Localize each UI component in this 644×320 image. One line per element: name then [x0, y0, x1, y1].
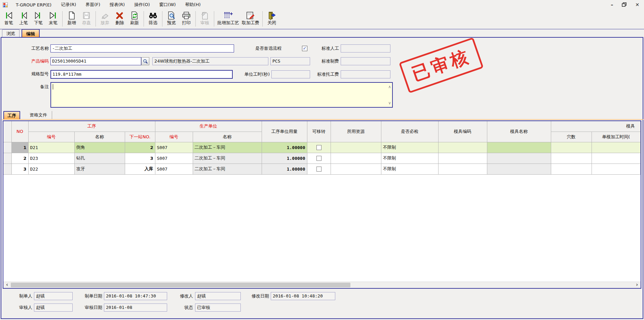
cell-mold_name[interactable]: [487, 153, 551, 164]
row-selector[interactable]: [3, 164, 11, 174]
menu-tgroup-erp[interactable]: T-GROUP ERP(E): [11, 1, 56, 9]
movable-checkbox[interactable]: [316, 156, 321, 161]
cell-movable[interactable]: [307, 164, 331, 174]
header-unit-code[interactable]: 编号: [155, 132, 193, 142]
header-usage[interactable]: 工序单位用量: [262, 121, 307, 142]
cell-next[interactable]: 入库: [125, 164, 155, 174]
cell-movable[interactable]: [307, 142, 331, 153]
cell-mold_code[interactable]: [438, 142, 487, 153]
cell-no[interactable]: 2: [11, 153, 28, 164]
cell-resource[interactable]: [331, 153, 381, 164]
last-record-button[interactable]: 末笔: [46, 10, 61, 26]
scroll-down-icon[interactable]: ∨: [388, 101, 391, 105]
movable-checkbox[interactable]: [316, 145, 321, 150]
cell-cavity[interactable]: [551, 153, 592, 164]
tab-edit[interactable]: 编辑: [22, 29, 40, 37]
table-row[interactable]: 3D22攻牙入库S007二次加工－车间1.00000不限制: [3, 164, 641, 174]
print-button[interactable]: 打印: [179, 10, 194, 26]
header-unit-name[interactable]: 名称: [193, 132, 262, 142]
cell-code[interactable]: D21: [28, 142, 74, 153]
cell-check[interactable]: 不限制: [381, 164, 438, 174]
scrollbar-thumb[interactable]: [11, 283, 350, 287]
cell-mold_code[interactable]: [438, 153, 487, 164]
refresh-button[interactable]: 刷新: [127, 10, 142, 26]
table-row[interactable]: 1D21倒角2S007二次加工－车间1.00000不限制: [3, 142, 641, 153]
cell-name[interactable]: 倒角: [74, 142, 125, 153]
cell-mold_time[interactable]: [592, 164, 640, 174]
cell-mold_name[interactable]: [487, 142, 551, 153]
cell-usage[interactable]: 1.00000: [262, 164, 307, 174]
header-mold-time[interactable]: 单模加工时间(: [592, 132, 640, 142]
menu-window[interactable]: 窗口(W): [155, 0, 181, 9]
cell-next[interactable]: 3: [125, 153, 155, 164]
cell-code[interactable]: D22: [28, 164, 74, 174]
first-record-button[interactable]: 首笔: [1, 10, 16, 26]
tab-browse[interactable]: 浏览: [2, 29, 20, 37]
scroll-up-icon[interactable]: ∧: [388, 85, 391, 89]
batch-add-process-button[interactable]: 批增加工艺: [216, 10, 240, 26]
cell-no[interactable]: 1: [11, 142, 28, 153]
minimize-button[interactable]: –: [611, 2, 613, 7]
cell-movable[interactable]: [307, 153, 331, 164]
new-button[interactable]: 新增: [64, 10, 79, 26]
cell-resource[interactable]: [331, 142, 381, 153]
scroll-left-icon[interactable]: ‹: [4, 282, 10, 288]
table-row[interactable]: 2D23钻孔3S007二次加工－车间1.00000不限制: [3, 153, 641, 164]
header-cavity[interactable]: 穴数: [551, 132, 592, 142]
menu-record[interactable]: 记录(R): [56, 0, 81, 9]
header-must-check[interactable]: 是否必检: [381, 121, 438, 142]
cell-next[interactable]: 2: [125, 142, 155, 153]
cell-resource[interactable]: [331, 164, 381, 174]
cell-no[interactable]: 3: [11, 164, 28, 174]
movable-checkbox[interactable]: [316, 167, 321, 172]
process-name-input[interactable]: -二次加工: [50, 44, 234, 52]
cell-code[interactable]: D23: [28, 153, 74, 164]
cell-uname[interactable]: 二次加工－车间: [193, 142, 262, 153]
delete-button[interactable]: 删除: [112, 10, 127, 26]
cell-mold_code[interactable]: [438, 164, 487, 174]
cell-ucode[interactable]: S007: [155, 142, 193, 153]
cell-usage[interactable]: 1.00000: [262, 153, 307, 164]
cell-usage[interactable]: 1.00000: [262, 142, 307, 153]
row-selector[interactable]: [3, 142, 11, 153]
header-next-station[interactable]: 下一站NO.: [125, 132, 155, 142]
cell-mold_name[interactable]: [487, 164, 551, 174]
header-mold-code[interactable]: 模具编码: [438, 121, 487, 142]
get-processing-fee-button[interactable]: 取加工费: [240, 10, 261, 26]
prev-record-button[interactable]: 上笔: [16, 10, 31, 26]
subtab-qualification-docs[interactable]: 资格文件: [26, 111, 52, 119]
remark-textarea[interactable]: ∧ ∨: [50, 82, 393, 108]
header-process-name[interactable]: 名称: [74, 132, 125, 142]
cell-cavity[interactable]: [551, 142, 592, 153]
menu-help[interactable]: 帮助(H): [181, 0, 205, 9]
header-movable[interactable]: 可移转: [307, 121, 331, 142]
cell-uname[interactable]: 二次加工－车间: [193, 164, 262, 174]
menu-operate[interactable]: 操作(O): [129, 0, 154, 9]
cell-ucode[interactable]: S007: [155, 164, 193, 174]
header-no[interactable]: NO: [11, 121, 28, 142]
spec-input[interactable]: 119.8*117mm: [50, 70, 233, 79]
cell-cavity[interactable]: [551, 164, 592, 174]
header-mold-name[interactable]: 模具名称: [487, 121, 551, 142]
next-record-button[interactable]: 下笔: [31, 10, 46, 26]
menu-interface[interactable]: 界面(F): [81, 0, 105, 9]
horizontal-scrollbar[interactable]: ‹ ›: [3, 282, 641, 288]
cell-check[interactable]: 不限制: [381, 153, 438, 164]
product-lookup-button[interactable]: [141, 57, 149, 65]
preview-button[interactable]: 预览: [164, 10, 179, 26]
product-code-input[interactable]: D250130005D41: [50, 57, 141, 65]
preferred-flow-checkbox[interactable]: ✓: [302, 46, 307, 51]
menu-report[interactable]: 报表(R): [105, 0, 129, 9]
discard-button[interactable]: 放弃: [98, 10, 112, 26]
cell-name[interactable]: 攻牙: [74, 164, 125, 174]
header-resource[interactable]: 所用资源: [331, 121, 381, 142]
cell-uname[interactable]: 二次加工－车间: [193, 153, 262, 164]
close-window-button[interactable]: ✕: [635, 2, 639, 7]
cell-name[interactable]: 钻孔: [74, 153, 125, 164]
close-button[interactable]: 关闭: [264, 10, 279, 26]
cell-mold_time[interactable]: [592, 153, 640, 164]
scroll-right-icon[interactable]: ›: [634, 282, 640, 288]
cell-ucode[interactable]: S007: [155, 153, 193, 164]
cell-check[interactable]: 不限制: [381, 142, 438, 153]
row-selector[interactable]: [3, 153, 11, 164]
